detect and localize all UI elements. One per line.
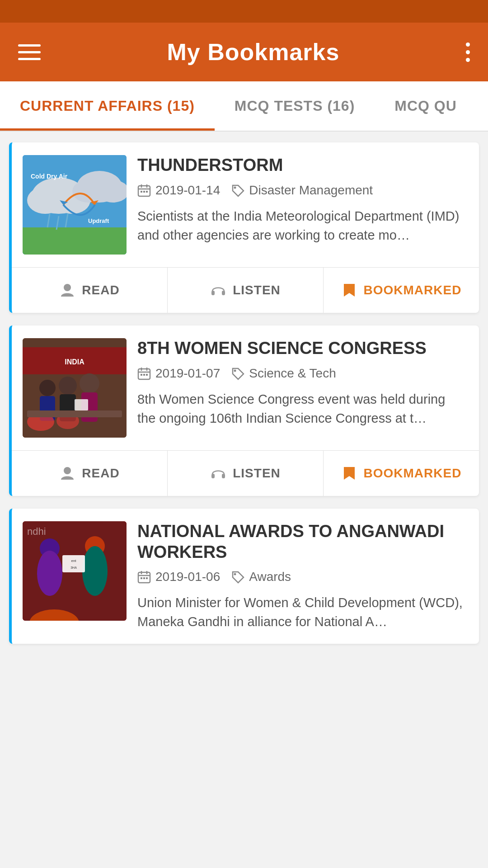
read-icon — [59, 282, 75, 298]
svg-point-29 — [39, 380, 56, 396]
card-body-national-awards: S FOR EXCEPTI ndhi ent 3HA — [12, 509, 479, 644]
card-title-women-science: 8th WOMEN SCIENCE CONGRESS — [137, 338, 466, 359]
card-excerpt-women-science: 8th Women Science Congress event was hel… — [137, 390, 466, 428]
bookmarked-label-2: BOOKMARKED — [364, 466, 462, 481]
card-date-national-awards: 2019-01-06 — [137, 570, 220, 584]
card-info-national-awards: NATIONAL AWARDS TO ANGANWADI WORKERS — [137, 521, 466, 631]
svg-rect-43 — [141, 374, 142, 376]
tab-mcq-qu[interactable]: MCQ QU — [375, 81, 477, 131]
card-footer-thunderstorm: READ LISTEN BOOKMARKED — [12, 267, 479, 313]
card-read-button-women-science[interactable]: READ — [12, 451, 168, 496]
card-read-button-thunderstorm[interactable]: READ — [12, 268, 168, 313]
card-date-women-science: 2019-01-07 — [137, 366, 220, 381]
header: My Bookmarks — [0, 23, 488, 81]
card-footer-women-science: READ LISTEN BOOKMARKED — [12, 450, 479, 496]
card-title-thunderstorm: THUNDERSTORM — [137, 155, 466, 176]
tabs-container: CURRENT AFFAIRS (15) MCQ TESTS (16) MCQ … — [0, 81, 488, 132]
svg-point-68 — [234, 573, 236, 576]
svg-rect-44 — [143, 374, 145, 376]
svg-rect-25 — [222, 291, 225, 295]
svg-text:INDIA: INDIA — [65, 358, 84, 366]
card-women-science: INDIA — [9, 326, 479, 496]
date-text-women-science: 2019-01-07 — [155, 366, 220, 381]
calendar-icon — [137, 184, 151, 197]
calendar-icon-2 — [137, 367, 151, 380]
svg-point-46 — [234, 369, 236, 372]
card-body-women-science: INDIA — [12, 326, 479, 450]
tag-text-thunderstorm: Disaster Management — [249, 183, 373, 198]
headphone-icon-2 — [210, 465, 226, 481]
card-thumbnail-national-awards: S FOR EXCEPTI ndhi ent 3HA — [23, 521, 127, 621]
date-text-national-awards: 2019-01-06 — [155, 570, 220, 584]
svg-text:3HA: 3HA — [70, 566, 77, 569]
card-bookmark-button-women-science[interactable]: BOOKMARKED — [324, 451, 479, 496]
svg-text:S FOR EXCEPTI: S FOR EXCEPTI — [27, 521, 103, 524]
card-excerpt-thunderstorm: Scientists at the India Meteorological D… — [137, 207, 466, 245]
svg-rect-57 — [62, 555, 85, 572]
svg-text:Cold Dry Air: Cold Dry Air — [31, 173, 68, 180]
svg-rect-38 — [27, 410, 122, 417]
svg-rect-49 — [222, 474, 225, 478]
svg-point-56 — [82, 546, 108, 596]
card-excerpt-national-awards: Union Minister for Women & Child Develop… — [137, 593, 466, 631]
svg-rect-1 — [23, 227, 127, 255]
bookmark-icon-2 — [341, 465, 357, 481]
card-date-thunderstorm: 2019-01-14 — [137, 183, 220, 198]
svg-point-23 — [64, 284, 71, 291]
card-meta-national-awards: 2019-01-06 Awards — [137, 570, 466, 584]
status-bar — [0, 0, 488, 23]
hamburger-menu-button[interactable] — [18, 44, 41, 60]
svg-rect-19 — [141, 191, 142, 193]
card-info-thunderstorm: THUNDERSTORM 2019-01-14 — [137, 155, 466, 245]
tab-current-affairs[interactable]: CURRENT AFFAIRS (15) — [0, 81, 215, 131]
tag-text-women-science: Science & Tech — [249, 366, 336, 381]
more-options-button[interactable] — [466, 42, 470, 62]
card-body: Cold Dry Air Updraft THUNDERSTORM — [12, 142, 479, 267]
tag-icon — [231, 184, 244, 197]
card-tag-thunderstorm: Disaster Management — [231, 183, 373, 198]
read-label: READ — [82, 283, 119, 297]
svg-point-47 — [64, 467, 71, 474]
svg-text:ent: ent — [71, 559, 76, 563]
svg-rect-65 — [141, 577, 142, 579]
card-meta-women-science: 2019-01-07 Science & Tech — [137, 366, 466, 381]
svg-rect-48 — [211, 474, 215, 478]
date-text-thunderstorm: 2019-01-14 — [155, 183, 220, 198]
svg-rect-66 — [143, 577, 145, 579]
read-label-2: READ — [82, 466, 119, 481]
card-meta-thunderstorm: 2019-01-14 Disaster Management — [137, 183, 466, 198]
svg-point-54 — [37, 551, 62, 596]
svg-rect-45 — [146, 374, 148, 376]
card-tag-women-science: Science & Tech — [231, 366, 336, 381]
headphone-icon — [210, 282, 226, 298]
calendar-icon-3 — [137, 570, 151, 584]
card-thumbnail-women-science: INDIA — [23, 338, 127, 438]
card-tag-national-awards: Awards — [231, 570, 291, 584]
tag-icon-3 — [231, 570, 244, 584]
svg-rect-24 — [211, 291, 215, 295]
content-area: Cold Dry Air Updraft THUNDERSTORM — [0, 132, 488, 655]
card-listen-button-thunderstorm[interactable]: LISTEN — [168, 268, 324, 313]
tag-icon-2 — [231, 367, 244, 380]
card-title-national-awards: NATIONAL AWARDS TO ANGANWADI WORKERS — [137, 521, 466, 562]
page-title: My Bookmarks — [167, 38, 340, 66]
svg-text:ndhi: ndhi — [27, 526, 46, 537]
listen-label: LISTEN — [233, 283, 281, 297]
card-listen-button-women-science[interactable]: LISTEN — [168, 451, 324, 496]
bookmarked-label: BOOKMARKED — [364, 283, 462, 297]
read-icon-2 — [59, 465, 75, 481]
svg-text:Updraft: Updraft — [88, 217, 109, 224]
listen-label-2: LISTEN — [233, 466, 281, 481]
tag-text-national-awards: Awards — [249, 570, 291, 584]
svg-rect-21 — [146, 191, 148, 193]
bookmark-icon — [341, 282, 357, 298]
svg-rect-67 — [146, 577, 148, 579]
card-info-women-science: 8th WOMEN SCIENCE CONGRESS 2019-01-07 — [137, 338, 466, 428]
svg-point-22 — [234, 186, 236, 189]
card-thumbnail-thunderstorm: Cold Dry Air Updraft — [23, 155, 127, 255]
card-bookmark-button-thunderstorm[interactable]: BOOKMARKED — [324, 268, 479, 313]
svg-rect-20 — [143, 191, 145, 193]
tab-mcq-tests[interactable]: MCQ TESTS (16) — [215, 81, 375, 131]
card-national-awards: S FOR EXCEPTI ndhi ent 3HA — [9, 509, 479, 644]
svg-point-31 — [59, 377, 77, 395]
